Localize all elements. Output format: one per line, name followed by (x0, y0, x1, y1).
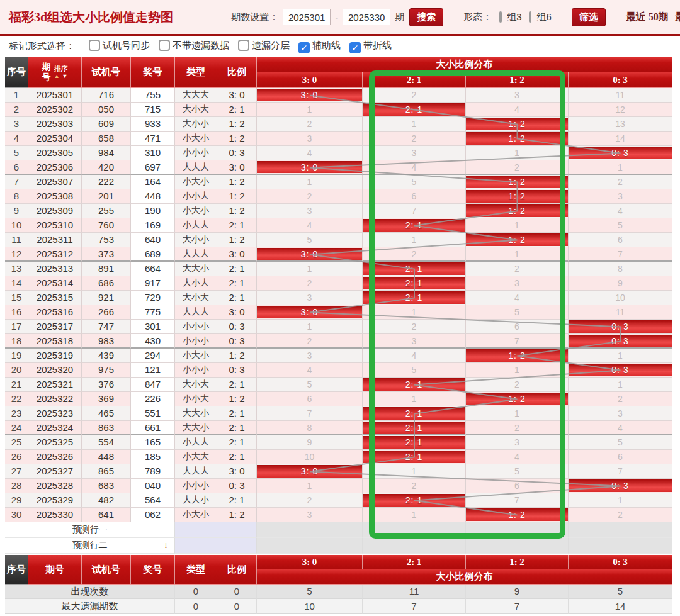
recent-100-link[interactable]: 最近100期 (675, 11, 680, 24)
group3-label[interactable]: 组3 (507, 11, 521, 23)
row-seq: 16 (5, 305, 28, 320)
row-test-number: 983 (82, 334, 131, 349)
row-prize-number: 165 (131, 435, 175, 450)
ratio-highlight-bar: 2: 1 (363, 436, 465, 449)
row-period: 2025325 (28, 435, 82, 450)
row-dist-cell: 2 (257, 334, 363, 349)
sort-asc-icon[interactable]: ▲ (54, 73, 60, 79)
row-type: 大大小 (175, 421, 217, 435)
mark-option-checkbox[interactable] (238, 40, 249, 51)
row-seq: 12 (5, 247, 28, 262)
row-seq: 22 (5, 392, 28, 406)
header-type: 类型 (175, 57, 217, 88)
row-period: 2025302 (28, 103, 82, 117)
row-type: 大小大 (175, 378, 217, 392)
table-row: 32025303609933大小小1: 2211: 213 (5, 117, 672, 132)
row-ratio: 2: 1 (217, 276, 257, 291)
row-test-number: 465 (82, 406, 131, 421)
table-row: 252025325554165小大大2: 192: 135 (5, 435, 672, 450)
mark-option-label[interactable]: 带折线 (363, 40, 392, 50)
row-dist-cell: 1 (363, 233, 466, 247)
mark-option-label[interactable]: 辅助线 (312, 40, 341, 50)
mark-option-label[interactable]: 试机号同步 (103, 40, 150, 50)
mark-option-label[interactable]: 遗漏分层 (252, 40, 290, 50)
period-to-input[interactable] (343, 9, 390, 25)
collapse-down-icon[interactable]: ↓ (164, 538, 168, 553)
row-period: 2025316 (28, 305, 82, 320)
row-test-number: 760 (82, 218, 131, 233)
row-dist-cell: 2 (363, 88, 466, 103)
mark-option-checkbox[interactable] (159, 40, 170, 51)
row-dist-cell: 3 (257, 508, 363, 522)
prediction-1-ratio-cell[interactable] (217, 522, 257, 538)
row-dist-cell: 10 (257, 450, 363, 464)
prediction-2-ratio-cell[interactable] (217, 538, 257, 554)
mark-option-label[interactable]: 不带遗漏数据 (173, 40, 229, 50)
row-dist-cell: 1 (569, 493, 672, 508)
mark-option-checkbox[interactable]: ✓ (298, 42, 310, 53)
row-prize-number: 185 (131, 450, 175, 464)
group3-checkbox[interactable] (499, 11, 502, 23)
row-test-number: 984 (82, 146, 131, 160)
row-prize-number: 689 (131, 247, 175, 262)
row-period: 2025314 (28, 276, 82, 291)
prediction-2-type-cell[interactable] (175, 538, 217, 554)
header-distribution: 大小比例分布 (257, 57, 672, 72)
row-test-number: 716 (82, 88, 131, 103)
row-prize-number: 847 (131, 378, 175, 392)
row-dist-cell: 2 (466, 160, 569, 175)
row-dist-cell: 9 (569, 276, 672, 291)
group6-label[interactable]: 组6 (536, 11, 551, 23)
row-dist-cell: 1: 2 (466, 508, 569, 522)
row-dist-cell: 7 (257, 406, 363, 421)
row-type: 大大小 (175, 262, 217, 276)
row-dist-cell: 1: 2 (466, 349, 569, 363)
row-type: 小大小 (175, 175, 217, 189)
row-ratio: 3: 0 (217, 247, 257, 262)
prediction-2-label[interactable]: 预测行二 ↓ (5, 538, 175, 554)
row-seq: 4 (5, 132, 28, 146)
row-seq: 17 (5, 320, 28, 334)
ratio-highlight-bar: 2: 1 (363, 219, 465, 232)
recent-50-link[interactable]: 最近 50期 (626, 11, 669, 24)
ratio-highlight-bar: 0: 3 (569, 147, 672, 159)
row-period: 2025308 (28, 189, 82, 204)
table-row: 22025302050715大小大2: 112: 1412 (5, 103, 672, 117)
row-dist-cell: 6 (257, 392, 363, 406)
group6-checkbox[interactable] (529, 11, 531, 23)
row-dist-cell: 1: 2 (466, 189, 569, 204)
prediction-row-2: 预测行二 ↓ (5, 538, 672, 554)
prediction-2-dist-cell (363, 538, 466, 554)
ratio-highlight-bar: 1: 2 (466, 508, 568, 521)
ratio-highlight-bar: 0: 3 (569, 320, 672, 333)
row-type: 小大小 (175, 508, 217, 522)
table-row: 52025305984310小小小0: 34310: 3 (5, 146, 672, 160)
row-dist-cell: 2 (257, 189, 363, 204)
row-test-number: 554 (82, 435, 131, 450)
row-dist-cell: 3 (257, 349, 363, 363)
row-dist-cell: 2 (466, 262, 569, 276)
search-button[interactable]: 搜索 (409, 8, 443, 26)
row-dist-cell: 1 (257, 320, 363, 334)
period-from-input[interactable] (283, 9, 331, 25)
row-period: 2025326 (28, 450, 82, 464)
row-seq: 20 (5, 363, 28, 378)
prediction-1-label[interactable]: 预测行一 (5, 522, 175, 538)
header-period-sort[interactable]: 期 号 排序 ▲ ▼ (28, 57, 82, 88)
row-ratio: 2: 1 (217, 435, 257, 450)
mark-option-checkbox[interactable] (89, 40, 100, 51)
header-col-3-0: 3: 0 (257, 72, 363, 88)
footer-col-2-1: 2: 1 (363, 555, 466, 569)
row-type: 小大大 (175, 435, 217, 450)
mark-option-checkbox[interactable]: ✓ (349, 42, 361, 53)
row-type: 小大大 (175, 218, 217, 233)
sort-desc-icon[interactable]: ▼ (62, 73, 67, 79)
row-ratio: 2: 1 (217, 291, 257, 305)
row-seq: 25 (5, 435, 28, 450)
row-test-number: 863 (82, 421, 131, 435)
row-type: 小小大 (175, 392, 217, 406)
filter-button[interactable]: 筛选 (572, 8, 606, 26)
ratio-highlight-bar: 3: 0 (257, 161, 362, 173)
row-ratio: 0: 3 (217, 334, 257, 349)
prediction-1-type-cell[interactable] (175, 522, 217, 538)
